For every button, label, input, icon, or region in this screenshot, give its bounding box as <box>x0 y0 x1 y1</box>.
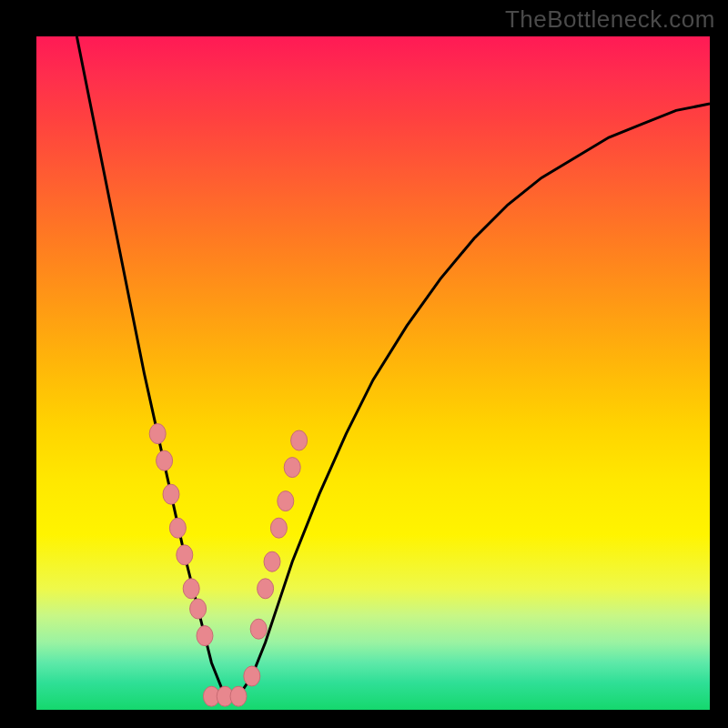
highlight-dot <box>177 545 193 565</box>
highlight-dot <box>149 424 166 444</box>
watermark-text: TheBottleneck.com <box>505 5 715 34</box>
chart-svg <box>36 36 710 710</box>
highlight-dot <box>278 491 294 511</box>
highlight-dot <box>264 551 280 571</box>
highlight-dot <box>163 484 179 504</box>
highlight-dot <box>197 626 213 646</box>
highlight-dot <box>244 666 260 686</box>
highlight-dot <box>157 450 173 470</box>
highlight-dot <box>258 579 274 599</box>
highlight-dot <box>284 458 300 478</box>
highlight-dot <box>169 518 186 538</box>
highlight-dot <box>270 518 287 538</box>
highlight-dot <box>190 599 207 619</box>
bottleneck-curve <box>76 36 710 696</box>
plot-area <box>36 36 710 710</box>
highlight-dot <box>230 686 247 706</box>
highlight-dot <box>250 619 267 639</box>
highlight-dots-group <box>149 424 307 707</box>
highlight-dot <box>183 579 199 599</box>
chart-frame: TheBottleneck.com <box>0 0 728 728</box>
highlight-dot <box>291 430 308 450</box>
